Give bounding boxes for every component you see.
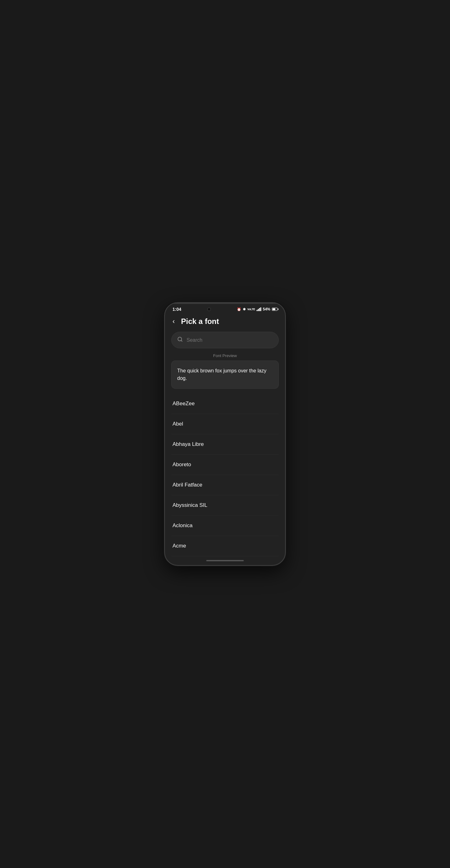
font-list: ABeeZeeAbelAbhaya LibreAboretoAbril Fatf…: [171, 394, 279, 558]
font-preview-text: The quick brown fox jumps over the lazy …: [177, 367, 273, 382]
battery-icon: [272, 308, 278, 311]
battery-percent: 54%: [263, 307, 270, 311]
search-icon: [177, 336, 183, 344]
font-list-item[interactable]: ABeeZee: [171, 394, 279, 414]
svg-line-1: [181, 340, 182, 341]
font-list-item[interactable]: Abhaya Libre: [171, 434, 279, 455]
font-list-item[interactable]: Abyssinica SIL: [171, 495, 279, 516]
status-icons: ⏰ ✱ VoLTE 54%: [237, 307, 278, 311]
bluetooth-icon: ✱: [243, 307, 246, 311]
font-preview-section: Font Preview The quick brown fox jumps o…: [171, 353, 279, 389]
signal-bar-4: [260, 307, 261, 311]
search-input[interactable]: [187, 337, 273, 343]
font-list-item[interactable]: Acme: [171, 536, 279, 556]
font-list-item[interactable]: Abel: [171, 414, 279, 434]
lte-icon: VoLTE: [247, 308, 255, 311]
back-button[interactable]: ‹: [171, 316, 176, 327]
signal-bar-3: [259, 308, 260, 311]
signal-bar-2: [258, 309, 259, 311]
font-preview-box: The quick brown fox jumps over the lazy …: [171, 361, 279, 389]
font-list-item[interactable]: Aclonica: [171, 516, 279, 536]
phone-frame: 1:04 ⏰ ✱ VoLTE 54% ‹ Pick a font: [164, 302, 286, 566]
signal-bar-1: [257, 310, 257, 311]
font-preview-label: Font Preview: [171, 353, 279, 358]
camera-notch: [207, 307, 211, 311]
battery-fill: [272, 308, 275, 310]
search-input-wrapper[interactable]: [171, 332, 279, 348]
status-time: 1:04: [172, 307, 181, 312]
page-title: Pick a font: [181, 317, 219, 326]
home-indicator: [165, 558, 285, 565]
home-bar: [206, 560, 244, 561]
header: ‹ Pick a font: [165, 314, 285, 332]
font-list-item[interactable]: Abril Fatface: [171, 475, 279, 495]
font-list-item[interactable]: Aboreto: [171, 455, 279, 475]
status-bar: 1:04 ⏰ ✱ VoLTE 54%: [165, 303, 285, 314]
content-area[interactable]: Font Preview The quick brown fox jumps o…: [165, 332, 285, 558]
alarm-icon: ⏰: [237, 307, 241, 311]
signal-bars: [257, 307, 261, 311]
search-container: [171, 332, 279, 348]
